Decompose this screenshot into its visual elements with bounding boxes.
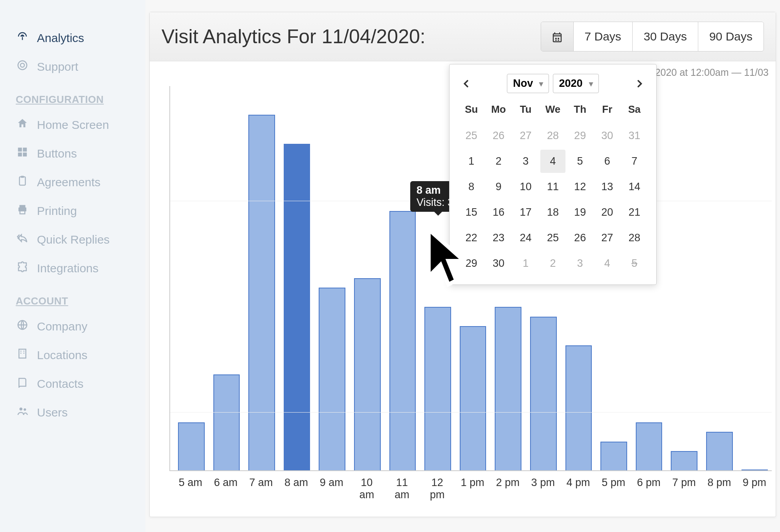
- datepicker-day[interactable]: 28: [622, 226, 647, 249]
- datepicker-day[interactable]: 19: [568, 201, 593, 224]
- bar-9pm[interactable]: [741, 470, 768, 470]
- bar-8pm[interactable]: [706, 432, 733, 470]
- datepicker-dow: Th: [568, 99, 593, 122]
- datepicker-day[interactable]: 5: [622, 252, 647, 275]
- datepicker-day[interactable]: 26: [486, 124, 511, 147]
- svg-rect-14: [24, 351, 25, 352]
- bar-9am[interactable]: [319, 288, 345, 470]
- datepicker-day[interactable]: 25: [540, 226, 565, 249]
- datepicker-day[interactable]: 11: [540, 175, 565, 198]
- datepicker-day[interactable]: 14: [622, 175, 647, 198]
- datepicker-day[interactable]: 31: [622, 124, 647, 147]
- datepicker-day[interactable]: 25: [459, 124, 484, 147]
- sidebar-item-quick-replies[interactable]: Quick Replies: [16, 225, 130, 254]
- datepicker-day[interactable]: 10: [513, 175, 538, 198]
- dashboard-icon: [16, 31, 29, 45]
- sidebar-item-label: Analytics: [37, 31, 84, 45]
- datepicker-day[interactable]: 20: [595, 201, 620, 224]
- bar-3pm[interactable]: [530, 317, 557, 470]
- datepicker-day[interactable]: 7: [622, 150, 647, 173]
- datepicker-day[interactable]: 18: [540, 201, 565, 224]
- datepicker-day[interactable]: 29: [568, 124, 593, 147]
- datepicker-day[interactable]: 9: [486, 175, 511, 198]
- sidebar-item-support[interactable]: Support: [16, 52, 130, 81]
- bar-5pm[interactable]: [600, 442, 627, 470]
- datepicker-day[interactable]: 17: [513, 201, 538, 224]
- sidebar-item-label: Buttons: [37, 147, 77, 160]
- bar-2pm[interactable]: [495, 307, 521, 470]
- sidebar-item-users[interactable]: Users: [16, 398, 130, 427]
- datepicker-day[interactable]: 2: [540, 252, 565, 275]
- datepicker-day[interactable]: 3: [513, 150, 538, 173]
- sidebar-item-integrations[interactable]: Integrations: [16, 254, 130, 283]
- datepicker[interactable]: Nov ▾ 2020 ▾ SuMoTuWeThFrSa2526272829303…: [449, 64, 657, 285]
- svg-rect-7: [21, 176, 24, 178]
- bar-4pm[interactable]: [565, 345, 592, 470]
- bar-6pm[interactable]: [636, 422, 663, 470]
- bar-8am[interactable]: [284, 144, 310, 470]
- datepicker-day[interactable]: 1: [513, 252, 538, 275]
- datepicker-day[interactable]: 26: [568, 226, 593, 249]
- datepicker-day[interactable]: 21: [622, 201, 647, 224]
- datepicker-day[interactable]: 23: [486, 226, 511, 249]
- sidebar-item-analytics[interactable]: Analytics: [16, 24, 130, 52]
- datepicker-day[interactable]: 24: [513, 226, 538, 249]
- datepicker-day[interactable]: 22: [459, 226, 484, 249]
- datepicker-month-label: Nov: [513, 77, 533, 90]
- book-icon: [16, 376, 29, 391]
- datepicker-day[interactable]: 4: [595, 252, 620, 275]
- datepicker-day[interactable]: 4: [540, 150, 565, 173]
- datepicker-day[interactable]: 2: [486, 150, 511, 173]
- datepicker-day[interactable]: 16: [486, 201, 511, 224]
- datepicker-dow: Fr: [595, 99, 620, 122]
- bar-1pm[interactable]: [460, 326, 486, 470]
- datepicker-day[interactable]: 13: [595, 175, 620, 198]
- datepicker-dow: We: [540, 99, 565, 122]
- datepicker-day[interactable]: 1: [459, 150, 484, 173]
- datepicker-dow: Sa: [622, 99, 647, 122]
- calendar-button[interactable]: [541, 22, 574, 51]
- sidebar-item-buttons[interactable]: Buttons: [16, 139, 130, 168]
- svg-point-0: [18, 61, 27, 70]
- svg-rect-16: [24, 353, 25, 354]
- svg-rect-8: [20, 205, 26, 207]
- bar-10am[interactable]: [354, 278, 381, 470]
- sidebar-item-company[interactable]: Company: [16, 312, 130, 341]
- x-tick: 8 pm: [706, 477, 733, 501]
- datepicker-dow: Mo: [486, 99, 511, 122]
- sidebar-item-agreements[interactable]: Agreements: [16, 168, 130, 196]
- datepicker-prev-month[interactable]: [459, 77, 473, 91]
- bar-5am[interactable]: [178, 422, 205, 470]
- datepicker-dow: Su: [459, 99, 484, 122]
- datepicker-day[interactable]: 12: [568, 175, 593, 198]
- sidebar-item-home-screen[interactable]: Home Screen: [16, 110, 130, 139]
- range-7-days[interactable]: 7 Days: [574, 22, 633, 51]
- datepicker-next-month[interactable]: [633, 77, 647, 91]
- datepicker-day[interactable]: 30: [486, 252, 511, 275]
- datepicker-day[interactable]: 6: [595, 150, 620, 173]
- datepicker-day[interactable]: 8: [459, 175, 484, 198]
- datepicker-day[interactable]: 27: [595, 226, 620, 249]
- bar-7am[interactable]: [248, 115, 275, 470]
- sidebar-section-account: ACCOUNT: [16, 283, 130, 312]
- bar-11am[interactable]: [389, 211, 416, 470]
- range-30-days[interactable]: 30 Days: [633, 22, 698, 51]
- bar-6am[interactable]: [213, 374, 240, 471]
- datepicker-month-select[interactable]: Nov ▾: [507, 74, 549, 93]
- bar-7pm[interactable]: [671, 451, 697, 470]
- x-tick: 5 pm: [600, 477, 627, 501]
- datepicker-day[interactable]: 5: [568, 150, 593, 173]
- datepicker-year-select[interactable]: 2020 ▾: [553, 74, 598, 93]
- sidebar-item-locations[interactable]: Locations: [16, 341, 130, 369]
- datepicker-day[interactable]: 29: [459, 252, 484, 275]
- range-90-days[interactable]: 90 Days: [698, 22, 763, 51]
- sidebar-item-printing[interactable]: Printing: [16, 196, 130, 225]
- sidebar-item-label: Integrations: [37, 262, 99, 275]
- bar-12pm[interactable]: [424, 307, 451, 470]
- datepicker-day[interactable]: 28: [540, 124, 565, 147]
- datepicker-day[interactable]: 3: [568, 252, 593, 275]
- datepicker-day[interactable]: 30: [595, 124, 620, 147]
- datepicker-day[interactable]: 27: [513, 124, 538, 147]
- sidebar-item-contacts[interactable]: Contacts: [16, 369, 130, 398]
- datepicker-day[interactable]: 15: [459, 201, 484, 224]
